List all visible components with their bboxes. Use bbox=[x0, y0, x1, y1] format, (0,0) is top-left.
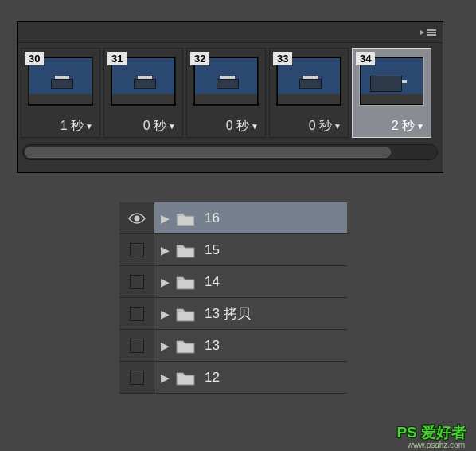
svg-rect-1 bbox=[427, 32, 436, 33]
layer-name: 13 bbox=[205, 338, 220, 354]
expand-arrow-icon[interactable]: ▶ bbox=[161, 371, 170, 384]
visibility-toggle[interactable] bbox=[119, 362, 154, 393]
visibility-toggle[interactable] bbox=[119, 202, 154, 233]
frame-duration-dropdown[interactable]: 0 秒 ▼ bbox=[104, 115, 182, 137]
layer-name: 14 bbox=[205, 274, 220, 290]
frame-number: 30 bbox=[25, 52, 44, 65]
layer-name: 13 拷贝 bbox=[205, 304, 251, 323]
frame-duration-dropdown[interactable]: 2 秒 ▼ bbox=[353, 115, 431, 137]
folder-icon bbox=[176, 210, 195, 226]
layer-main[interactable]: ▶ 13 bbox=[154, 330, 347, 361]
layer-main[interactable]: ▶ 12 bbox=[154, 362, 347, 393]
frame-30[interactable]: 30 1 秒 ▼ bbox=[21, 48, 100, 138]
visibility-checkbox[interactable] bbox=[130, 307, 144, 321]
frame-duration-dropdown[interactable]: 1 秒 ▼ bbox=[21, 115, 99, 137]
svg-point-3 bbox=[134, 215, 139, 221]
visibility-checkbox[interactable] bbox=[130, 339, 144, 353]
frame-34[interactable]: 34 2 秒 ▼ bbox=[352, 48, 431, 138]
layer-row-14[interactable]: ▶ 14 bbox=[119, 266, 347, 298]
chevron-down-icon: ▼ bbox=[168, 122, 176, 131]
frame-31[interactable]: 31 0 秒 ▼ bbox=[103, 48, 183, 138]
expand-arrow-icon[interactable]: ▶ bbox=[161, 212, 170, 225]
layer-name: 15 bbox=[205, 242, 220, 258]
chevron-down-icon: ▼ bbox=[416, 122, 424, 131]
folder-icon bbox=[176, 242, 195, 258]
svg-rect-0 bbox=[427, 29, 436, 31]
frame-33[interactable]: 33 0 秒 ▼ bbox=[269, 48, 349, 138]
layer-row-13[interactable]: ▶ 13 bbox=[119, 330, 347, 362]
folder-icon bbox=[176, 306, 195, 322]
layer-name: 16 bbox=[205, 210, 220, 226]
eye-icon bbox=[127, 212, 146, 225]
layer-row-13-copy[interactable]: ▶ 13 拷贝 bbox=[119, 298, 347, 330]
layer-main[interactable]: ▶ 14 bbox=[154, 266, 347, 297]
visibility-checkbox[interactable] bbox=[130, 243, 144, 257]
layer-row-15[interactable]: ▶ 15 bbox=[119, 234, 347, 266]
frame-number: 31 bbox=[107, 52, 127, 65]
frames-strip: 30 1 秒 ▼ 31 0 秒 ▼ 32 0 bbox=[18, 43, 443, 139]
svg-rect-2 bbox=[427, 34, 436, 36]
frame-duration-label: 1 秒 bbox=[60, 118, 84, 135]
horizontal-scrollbar[interactable] bbox=[22, 144, 438, 160]
scrollbar-thumb[interactable] bbox=[25, 147, 391, 158]
frame-number: 34 bbox=[356, 52, 375, 65]
visibility-checkbox[interactable] bbox=[130, 275, 144, 289]
frame-duration-label: 2 秒 bbox=[392, 118, 415, 135]
visibility-checkbox[interactable] bbox=[130, 371, 144, 385]
expand-arrow-icon[interactable]: ▶ bbox=[161, 244, 170, 257]
visibility-toggle[interactable] bbox=[119, 266, 154, 297]
chevron-down-icon: ▼ bbox=[85, 122, 93, 131]
layer-name: 12 bbox=[205, 370, 220, 386]
chevron-down-icon: ▼ bbox=[251, 122, 259, 131]
folder-icon bbox=[176, 274, 195, 290]
layer-row-12[interactable]: ▶ 12 bbox=[119, 362, 347, 394]
frame-duration-label: 0 秒 bbox=[309, 118, 332, 135]
panel-menu-button[interactable] bbox=[420, 26, 438, 39]
frame-duration-dropdown[interactable]: 0 秒 ▼ bbox=[187, 115, 265, 137]
frame-number: 33 bbox=[273, 52, 292, 65]
layer-main[interactable]: ▶ 15 bbox=[154, 234, 347, 265]
frame-duration-label: 0 秒 bbox=[226, 118, 249, 135]
visibility-toggle[interactable] bbox=[119, 298, 154, 329]
timeline-header bbox=[18, 22, 443, 43]
layer-main[interactable]: ▶ 16 bbox=[154, 202, 347, 233]
watermark-url: www.psahz.com bbox=[408, 441, 465, 449]
frame-number: 32 bbox=[190, 52, 209, 65]
visibility-toggle[interactable] bbox=[119, 330, 154, 361]
layer-main[interactable]: ▶ 13 拷贝 bbox=[154, 298, 347, 329]
frame-duration-dropdown[interactable]: 0 秒 ▼ bbox=[270, 115, 348, 137]
frame-duration-label: 0 秒 bbox=[143, 118, 166, 135]
frame-32[interactable]: 32 0 秒 ▼ bbox=[186, 48, 266, 138]
expand-arrow-icon[interactable]: ▶ bbox=[161, 276, 170, 288]
folder-icon bbox=[176, 370, 195, 386]
visibility-toggle[interactable] bbox=[119, 234, 154, 265]
folder-icon bbox=[176, 338, 195, 354]
timeline-panel: 30 1 秒 ▼ 31 0 秒 ▼ 32 0 bbox=[17, 21, 443, 173]
layer-row-16[interactable]: ▶ 16 bbox=[119, 202, 347, 234]
expand-arrow-icon[interactable]: ▶ bbox=[161, 308, 170, 320]
expand-arrow-icon[interactable]: ▶ bbox=[161, 339, 170, 352]
chevron-down-icon: ▼ bbox=[334, 122, 341, 131]
layers-panel: ▶ 16 ▶ 15 ▶ 14 bbox=[119, 202, 347, 394]
